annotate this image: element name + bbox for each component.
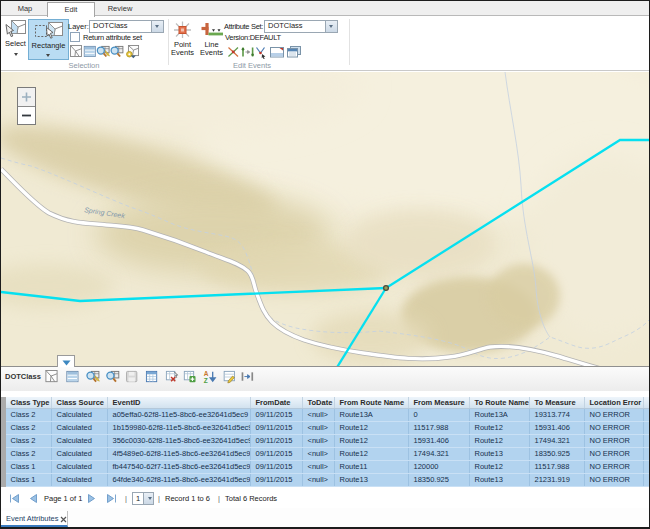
svg-text:Z: Z bbox=[204, 377, 208, 384]
